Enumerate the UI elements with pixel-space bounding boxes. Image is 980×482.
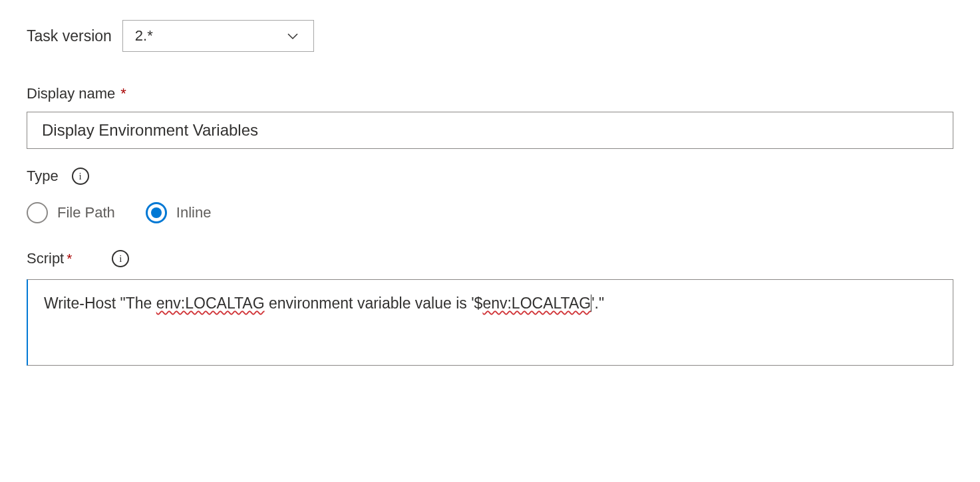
- type-radio-group: File Path Inline: [27, 202, 953, 223]
- script-section: Script * i Write-Host "The env:LOCALTAG …: [27, 250, 953, 366]
- radio-inline-label: Inline: [176, 204, 212, 221]
- chevron-down-icon: [284, 27, 301, 45]
- script-text-prefix: Write-Host "The: [44, 295, 156, 312]
- task-version-label: Task version: [27, 27, 112, 45]
- script-label: Script: [27, 250, 64, 267]
- radio-circle-unselected: [27, 202, 48, 223]
- radio-file-path-label: File Path: [57, 204, 115, 221]
- task-version-value: 2.*: [135, 27, 153, 45]
- script-textarea[interactable]: Write-Host "The env:LOCALTAG environment…: [27, 279, 953, 366]
- radio-file-path[interactable]: File Path: [27, 202, 115, 223]
- display-name-label-row: Display name *: [27, 85, 953, 102]
- task-version-row: Task version 2.*: [27, 20, 953, 52]
- display-name-section: Display name *: [27, 85, 953, 168]
- radio-dot: [151, 207, 162, 218]
- info-icon[interactable]: i: [72, 168, 89, 185]
- radio-circle-selected: [146, 202, 167, 223]
- display-name-label: Display name: [27, 85, 115, 102]
- display-name-input[interactable]: [27, 112, 953, 149]
- type-label: Type: [27, 168, 59, 185]
- radio-inline[interactable]: Inline: [146, 202, 212, 223]
- script-spellcheck-word: env:LOCALTAG: [156, 295, 265, 312]
- type-label-row: Type i: [27, 168, 953, 185]
- info-icon[interactable]: i: [112, 250, 129, 267]
- script-spellcheck-word: env:LOCALTAG: [482, 295, 591, 312]
- type-section: Type i File Path Inline: [27, 168, 953, 223]
- script-text-suffix: '.": [591, 295, 604, 312]
- task-version-select[interactable]: 2.*: [122, 20, 314, 52]
- required-asterisk: *: [120, 85, 126, 102]
- text-cursor: [591, 295, 591, 312]
- script-text-middle: environment variable value is '$: [265, 295, 483, 312]
- required-asterisk: *: [67, 251, 72, 267]
- script-label-row: Script * i: [27, 250, 953, 267]
